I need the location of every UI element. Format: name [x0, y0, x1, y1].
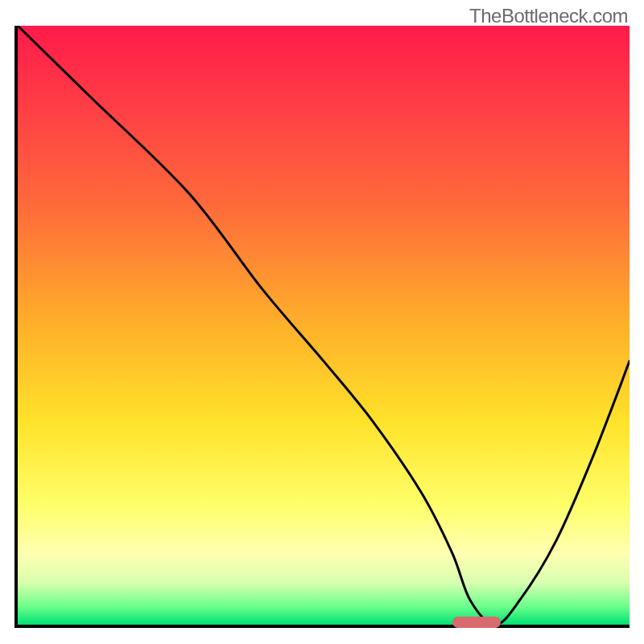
- watermark-text: TheBottleneck.com: [469, 5, 628, 27]
- plot-area: [14, 26, 630, 628]
- gradient-rect: [18, 26, 630, 625]
- optimum-marker: [452, 617, 502, 628]
- chart-container: TheBottleneck.com: [0, 0, 644, 644]
- background-gradient: [18, 26, 630, 625]
